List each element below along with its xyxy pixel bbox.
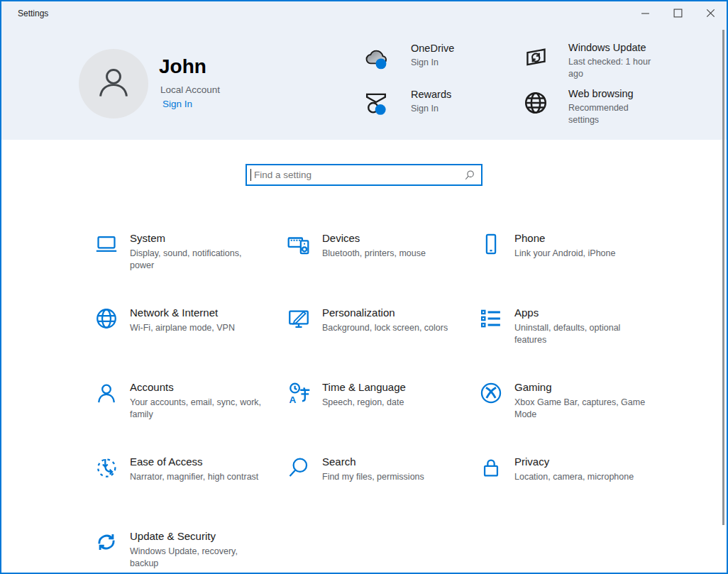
sign-in-link[interactable]: Sign In [162,99,192,109]
category-privacy[interactable]: PrivacyLocation, camera, microphone [479,455,656,483]
phone-icon [479,232,503,256]
close-button[interactable] [694,1,727,24]
category-subtitle: Find my files, permissions [322,471,458,483]
category-title: Time & Language [322,380,458,394]
category-accounts[interactable]: AccountsYour accounts, email, sync, work… [94,380,272,421]
category-subtitle: Uninstall, defaults, optional features [514,322,651,346]
search-box [246,164,482,186]
quick-item-onedrive[interactable]: OneDriveSign In [363,44,454,71]
category-title: Gaming [514,380,651,394]
quick-item-subtitle: Sign In [411,103,451,115]
window-controls [629,1,727,24]
person-icon [94,381,118,405]
category-gaming[interactable]: GamingXbox Game Bar, captures, Game Mode [479,380,656,421]
quick-item-windows-update[interactable]: Windows UpdateLast checked: 1 hour ago [522,43,662,79]
category-subtitle: Windows Update, recovery, backup [130,546,266,570]
category-subtitle: Background, lock screen, colors [322,322,458,334]
clock-language-icon: A [287,381,311,405]
category-title: Apps [514,306,651,319]
quick-item-subtitle: Recommended settings [568,102,649,126]
minimize-icon [641,9,650,18]
web-globe-icon [522,89,549,116]
maximize-button[interactable] [661,1,694,24]
text-caret [250,169,251,181]
minimize-button[interactable] [629,1,661,24]
category-subtitle: Xbox Game Bar, captures, Game Mode [514,397,651,421]
category-update-security[interactable]: Update & SecurityWindows Update, recover… [94,529,272,570]
category-ease-of-access[interactable]: Ease of AccessNarrator, magnifier, high … [94,455,272,483]
category-network[interactable]: Network & InternetWi-Fi, airplane mode, … [94,306,272,334]
window-title: Settings [18,9,48,18]
windows-update-icon [522,43,549,70]
category-title: Phone [514,231,651,245]
ease-of-access-icon [94,456,118,480]
quick-item-title: Web browsing [568,87,649,101]
search-input[interactable] [247,165,481,184]
category-apps[interactable]: AppsUninstall, defaults, optional featur… [479,306,656,346]
quick-item-subtitle: Sign In [411,57,454,69]
category-devices[interactable]: DevicesBluetooth, printers, mouse [287,231,464,260]
quick-item-web-browsing[interactable]: Web browsingRecommended settings [522,89,649,126]
category-phone[interactable]: PhoneLink your Android, iPhone [479,231,656,260]
category-subtitle: Link your Android, iPhone [514,248,651,260]
user-account-type: Local Account [160,84,220,95]
quick-item-rewards[interactable]: RewardsSign In [363,90,451,117]
svg-text:A: A [289,394,296,405]
sync-arrows-icon [94,530,118,554]
close-icon [706,9,715,18]
category-subtitle: Wi-Fi, airplane mode, VPN [130,322,266,334]
xbox-icon [479,381,503,405]
category-subtitle: Narrator, magnifier, high contrast [130,471,266,483]
person-avatar-icon [94,63,133,104]
network-globe-icon [94,307,118,331]
settings-window: Settings John Local Account Sign In [0,0,728,574]
lock-icon [479,456,503,480]
category-title: Update & Security [130,529,266,543]
category-subtitle: Speech, region, date [322,397,458,409]
category-time-language[interactable]: ATime & LanguageSpeech, region, date [287,380,464,409]
category-system[interactable]: SystemDisplay, sound, notifications, pow… [94,231,272,272]
category-title: Devices [322,231,458,245]
quick-item-title: Rewards [411,88,451,101]
category-title: Personalization [322,306,458,319]
keyboard-speaker-icon [287,232,311,256]
category-personalization[interactable]: PersonalizationBackground, lock screen, … [287,306,464,334]
category-title: Search [322,455,458,468]
category-title: System [130,231,266,245]
display-pen-icon [287,307,311,331]
category-subtitle: Your accounts, email, sync, work, family [130,397,266,421]
avatar [79,49,148,118]
rewards-medal-icon [363,90,390,117]
onedrive-cloud-icon [363,44,390,71]
scrollbar-thumb[interactable] [722,30,724,525]
category-subtitle: Location, camera, microphone [514,471,651,483]
category-title: Accounts [130,380,266,394]
category-search[interactable]: SearchFind my files, permissions [287,455,464,483]
category-title: Privacy [514,455,651,468]
apps-list-icon [479,307,503,331]
category-subtitle: Display, sound, notifications, power [130,248,266,272]
maximize-icon [673,9,683,18]
user-name: John [159,55,206,78]
quick-item-title: Windows Update [568,41,662,55]
magnifier-icon [287,456,311,480]
category-subtitle: Bluetooth, printers, mouse [322,248,458,260]
quick-item-title: OneDrive [411,42,454,55]
category-title: Ease of Access [130,455,266,468]
category-title: Network & Internet [130,306,266,319]
laptop-icon [94,232,118,256]
quick-item-subtitle: Last checked: 1 hour ago [568,56,662,79]
